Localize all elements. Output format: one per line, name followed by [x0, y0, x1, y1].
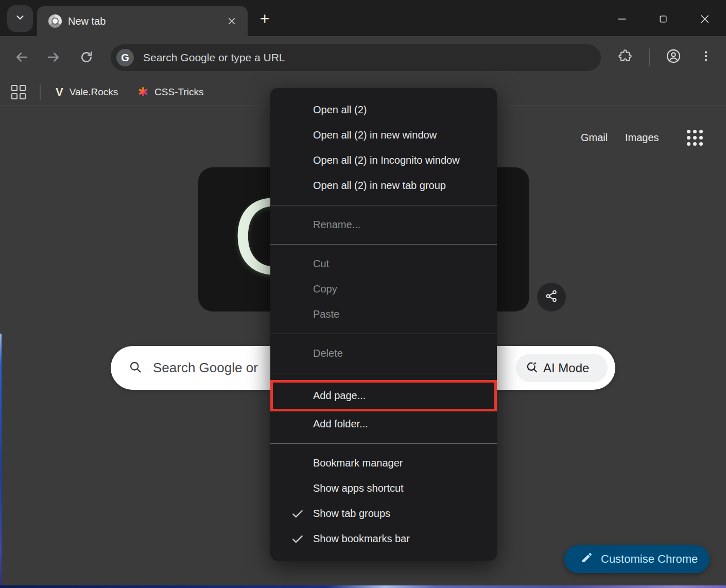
desktop-edge-left — [0, 334, 2, 588]
tab-search-button[interactable] — [7, 5, 33, 32]
profile-icon — [665, 48, 682, 66]
bookmarks-context-menu: Open all (2) Open all (2) in new window … — [270, 88, 497, 561]
gmail-link[interactable]: Gmail — [581, 132, 608, 144]
toolbar-separator — [649, 48, 650, 66]
tab-close-button[interactable] — [224, 13, 239, 29]
menu-item-copy: Copy — [270, 276, 497, 302]
menu-item-show-tab-groups[interactable]: Show tab groups — [270, 501, 497, 526]
images-link[interactable]: Images — [625, 132, 659, 144]
toolbar: G Search Google or type a URL — [0, 36, 726, 78]
menu-separator — [270, 443, 497, 444]
menu-item-open-all-new-tab-group[interactable]: Open all (2) in new tab group — [270, 173, 497, 198]
forward-button[interactable] — [44, 48, 63, 66]
chevron-down-icon — [14, 12, 26, 25]
bookmark-vale-rocks[interactable]: V Vale.Rocks — [56, 78, 118, 106]
menu-item-label: Show bookmarks bar — [313, 533, 410, 545]
menu-item-bookmark-manager[interactable]: Bookmark manager — [270, 451, 497, 476]
menu-item-paste: Paste — [270, 302, 497, 327]
menu-item-show-bookmarks-bar[interactable]: Show bookmarks bar — [270, 526, 497, 551]
tab-new-tab[interactable]: New tab — [37, 6, 248, 36]
bookmark-css-tricks[interactable]: ✱ CSS-Tricks — [138, 78, 203, 106]
dot — [693, 130, 697, 133]
extensions-button[interactable] — [616, 48, 634, 66]
address-bar-placeholder: Search Google or type a URL — [143, 51, 285, 64]
dot — [687, 136, 690, 140]
tab-title: New tab — [68, 15, 106, 27]
vale-rocks-favicon: V — [56, 85, 63, 99]
menu-item-add-folder[interactable]: Add folder... — [270, 411, 497, 437]
kebab-icon — [699, 49, 713, 65]
customise-chrome-button[interactable]: Customise Chrome — [564, 545, 710, 573]
menu-item-show-apps-shortcut[interactable]: Show apps shortcut — [270, 476, 497, 501]
menu-item-add-page[interactable]: Add page... — [270, 380, 497, 411]
menu-item-label: Show tab groups — [313, 508, 390, 520]
browser-menu-button[interactable] — [697, 48, 715, 66]
search-placeholder: Search Google or — [153, 360, 258, 376]
grid-square — [20, 93, 26, 99]
tab-strip: New tab + — [0, 0, 726, 36]
menu-separator — [270, 334, 497, 334]
chrome-logo-icon — [48, 14, 62, 28]
window-close-button[interactable] — [693, 7, 717, 31]
pencil-icon — [581, 551, 593, 567]
new-tab-button[interactable]: + — [255, 9, 274, 28]
puzzle-icon — [618, 49, 632, 65]
grid-square — [11, 93, 18, 99]
checkmark-icon — [291, 507, 304, 523]
menu-item-delete: Delete — [270, 341, 497, 366]
apps-grid-icon[interactable] — [11, 85, 27, 100]
menu-separator — [270, 373, 497, 373]
bookmark-label: Vale.Rocks — [70, 87, 118, 98]
share-icon — [545, 289, 558, 305]
search-icon — [128, 360, 143, 376]
menu-item-rename: Rename... — [270, 212, 497, 237]
grid-square — [11, 85, 18, 91]
ai-mode-icon — [525, 360, 539, 376]
dot — [693, 136, 697, 140]
dot — [687, 142, 690, 146]
ai-mode-button[interactable]: AI Mode — [516, 354, 608, 382]
window-minimize-button[interactable] — [610, 7, 634, 31]
menu-item-cut: Cut — [270, 251, 497, 276]
back-button[interactable] — [12, 48, 31, 66]
ai-mode-label: AI Mode — [543, 361, 589, 375]
share-button[interactable] — [537, 283, 566, 312]
bookmarks-separator — [40, 84, 41, 100]
menu-separator — [270, 205, 497, 205]
google-apps-grid-icon[interactable] — [687, 130, 704, 147]
checkmark-icon — [291, 532, 304, 548]
menu-item-open-all-incognito[interactable]: Open all (2) in Incognito window — [270, 148, 497, 173]
menu-separator — [270, 244, 497, 245]
grid-square — [20, 85, 26, 91]
address-bar[interactable]: G Search Google or type a URL — [111, 44, 601, 71]
menu-item-open-all[interactable]: Open all (2) — [270, 97, 497, 123]
dot — [699, 136, 703, 140]
profile-button[interactable] — [664, 48, 683, 66]
bookmark-label: CSS-Tricks — [154, 87, 203, 98]
css-tricks-favicon: ✱ — [138, 85, 148, 99]
dot — [693, 142, 697, 146]
desktop-edge-bottom — [0, 585, 726, 588]
dot — [699, 130, 703, 133]
customise-chrome-label: Customise Chrome — [601, 552, 698, 566]
window-maximize-button[interactable] — [651, 7, 675, 31]
dot — [699, 142, 703, 146]
reload-button[interactable] — [77, 48, 96, 66]
google-g-icon: G — [116, 49, 134, 66]
dot — [687, 130, 690, 133]
menu-item-open-all-new-window[interactable]: Open all (2) in new window — [270, 123, 497, 148]
